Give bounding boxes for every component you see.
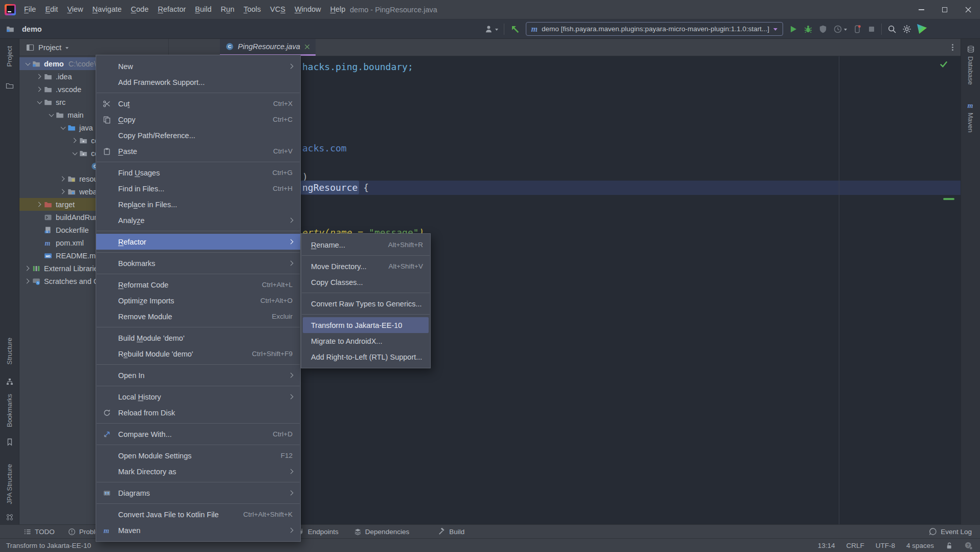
chevron-right-icon[interactable] <box>36 74 41 79</box>
menu-item-build-module[interactable]: Build Module 'demo' <box>96 330 300 346</box>
menu-navigate[interactable]: Navigate <box>88 0 126 19</box>
menu-item-copy[interactable]: CopyCtrl+C <box>96 112 300 127</box>
folder-outline-icon[interactable] <box>6 82 14 90</box>
bookmark-icon[interactable] <box>6 438 14 446</box>
menu-run[interactable]: Run <box>216 0 239 19</box>
jpa-structure-icon[interactable] <box>6 513 14 521</box>
structure-icon[interactable] <box>6 378 14 386</box>
menu-vcs[interactable]: VCS <box>265 0 290 19</box>
submenu-item-move-directory[interactable]: Move Directory...Alt+Shift+V <box>301 258 430 274</box>
submenu-item-migrate-androidx[interactable]: Migrate to AndroidX... <box>301 333 430 349</box>
editor-options-icon[interactable] <box>952 44 953 46</box>
chevron-right-icon[interactable] <box>36 202 41 207</box>
menu-window[interactable]: Window <box>290 0 326 19</box>
tab-pingresource[interactable]: PingResource.java <box>220 39 316 56</box>
settings-button[interactable] <box>902 25 911 34</box>
caret-position-widget[interactable]: 13:14 <box>818 542 835 549</box>
debug-button[interactable] <box>804 25 813 34</box>
menu-item-diagrams[interactable]: Diagrams <box>96 485 300 501</box>
chevron-down-icon[interactable] <box>49 112 54 117</box>
stripe-structure-button[interactable]: Structure <box>6 338 13 365</box>
user-account-button[interactable] <box>484 25 498 34</box>
stripe-database-button[interactable]: Database <box>967 56 974 85</box>
menu-item-rebuild-module[interactable]: Rebuild Module 'demo'Ctrl+Shift+F9 <box>96 346 300 362</box>
menu-item-cut[interactable]: CutCtrl+X <box>96 96 300 112</box>
menu-item-find-usages[interactable]: Find UsagesCtrl+G <box>96 165 300 181</box>
chevron-right-icon[interactable] <box>60 189 65 194</box>
menu-item-remove-module[interactable]: Remove ModuleExcluir <box>96 308 300 324</box>
menu-build[interactable]: Build <box>190 0 216 19</box>
stripe-jpa-structure-button[interactable]: JPA Structure <box>6 464 13 504</box>
chevron-right-icon[interactable] <box>72 138 77 143</box>
submenu-item-rename[interactable]: Rename...Alt+Shift+R <box>301 237 430 253</box>
menu-item-maven[interactable]: Maven <box>96 522 300 538</box>
stripe-maven-button[interactable]: Maven <box>967 113 974 133</box>
menu-item-reload-from-disk[interactable]: Reload from Disk <box>96 405 300 421</box>
line-ending-widget[interactable]: CRLF <box>846 542 864 549</box>
event-log-button[interactable]: Event Log <box>929 527 972 536</box>
menu-item-open-module-settings[interactable]: Open Module SettingsF12 <box>96 448 300 463</box>
maven-icon[interactable] <box>967 101 975 109</box>
readonly-toggle[interactable] <box>945 542 953 549</box>
menu-tools[interactable]: Tools <box>239 0 265 19</box>
menu-item-paste[interactable]: PasteCtrl+V <box>96 143 300 159</box>
build-button[interactable]: Build <box>438 528 464 536</box>
menu-item-bookmarks[interactable]: Bookmarks <box>96 255 300 271</box>
ide-updates-button[interactable] <box>917 24 927 34</box>
close-tab-icon[interactable] <box>304 44 310 50</box>
indent-widget[interactable]: 4 spaces <box>906 542 934 549</box>
fatal-errors-widget[interactable]: ? <box>964 541 973 550</box>
close-button[interactable] <box>956 0 980 19</box>
endpoints-button[interactable]: Endpoints <box>297 528 339 536</box>
submenu-item-add-rtl-support[interactable]: Add Right-to-Left (RTL) Support... <box>301 349 430 365</box>
run-button[interactable] <box>789 25 798 34</box>
menu-refactor[interactable]: Refactor <box>153 0 191 19</box>
menu-code[interactable]: Code <box>126 0 153 19</box>
menu-item-replace-in-files[interactable]: Replace in Files... <box>96 196 300 212</box>
stripe-project-button[interactable]: Project <box>6 46 13 67</box>
menu-help[interactable]: Help <box>325 0 350 19</box>
menu-item-new[interactable]: New <box>96 58 300 74</box>
menu-item-local-history[interactable]: Local History <box>96 389 300 405</box>
menu-item-convert-to-kotlin[interactable]: Convert Java File to Kotlin FileCtrl+Alt… <box>96 506 300 522</box>
menu-item-find-in-files[interactable]: Find in Files...Ctrl+H <box>96 181 300 196</box>
menu-item-optimize-imports[interactable]: Optimize ImportsCtrl+Alt+O <box>96 293 300 308</box>
chevron-down-icon[interactable] <box>65 47 69 51</box>
database-icon[interactable] <box>967 45 975 53</box>
submenu-item-copy-classes[interactable]: Copy Classes... <box>301 274 430 290</box>
chevron-right-icon[interactable] <box>60 176 65 182</box>
menu-item-mark-directory-as[interactable]: Mark Directory as <box>96 463 300 479</box>
maximize-button[interactable] <box>933 0 956 19</box>
chevron-down-icon[interactable] <box>60 124 65 129</box>
menu-item-analyze[interactable]: Analyze <box>96 212 300 228</box>
submenu-item-transform-jakarta[interactable]: Transform to Jakarta-EE-10 <box>303 317 429 333</box>
menu-item-reformat-code[interactable]: Reformat CodeCtrl+Alt+L <box>96 277 300 293</box>
update-arrow-button[interactable] <box>510 24 520 34</box>
minimize-button[interactable] <box>909 0 933 19</box>
menu-edit[interactable]: Edit <box>40 0 62 19</box>
menu-item-add-framework-support[interactable]: Add Framework Support... <box>96 74 300 90</box>
encoding-widget[interactable]: UTF-8 <box>876 542 895 549</box>
submenu-item-convert-raw-types[interactable]: Convert Raw Types to Generics... <box>301 296 430 312</box>
project-breadcrumb[interactable]: demo <box>6 25 42 33</box>
menu-item-refactor[interactable]: Refactor <box>96 234 300 250</box>
chevron-down-icon[interactable] <box>25 60 30 65</box>
menu-item-compare-with[interactable]: Compare With...Ctrl+D <box>96 426 300 442</box>
attach-debugger-button[interactable] <box>853 25 862 34</box>
stop-button[interactable] <box>867 25 876 33</box>
menu-view[interactable]: View <box>62 0 87 19</box>
menu-item-open-in[interactable]: Open In <box>96 367 300 383</box>
menu-item-copy-path[interactable]: Copy Path/Reference... <box>96 127 300 143</box>
search-everywhere-button[interactable] <box>887 25 897 34</box>
todo-button[interactable]: TODO <box>24 528 55 536</box>
chevron-down-icon[interactable] <box>37 99 42 104</box>
chevron-right-icon[interactable] <box>25 279 30 284</box>
stripe-bookmarks-button[interactable]: Bookmarks <box>6 394 13 427</box>
project-panel-header[interactable]: Project <box>19 39 169 56</box>
chevron-right-icon[interactable] <box>25 266 30 271</box>
run-config-select[interactable]: m demo [fish.payara.maven.plugins:payara… <box>526 22 783 36</box>
chevron-right-icon[interactable] <box>36 87 41 92</box>
run-with-coverage-button[interactable] <box>818 25 828 34</box>
inspections-ok-icon[interactable] <box>939 59 948 69</box>
dependencies-button[interactable]: Dependencies <box>354 528 409 536</box>
